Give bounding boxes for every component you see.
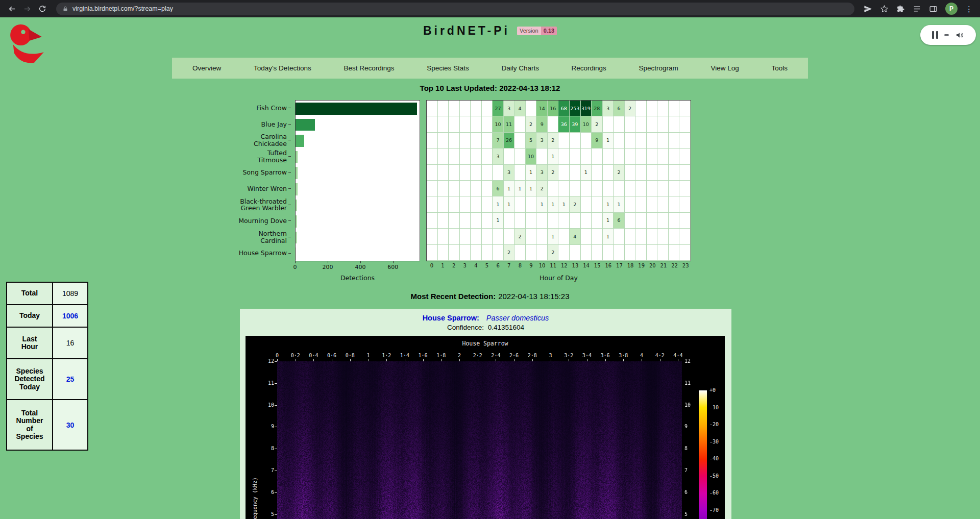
time-tick-label: 3·6 [601,353,610,358]
side-panel-icon[interactable] [929,5,938,13]
heatmap-cell [493,245,504,261]
heatmap-cell [427,196,438,212]
hour-tick-label: 16 [603,263,614,268]
time-tick-label: 0·2 [291,353,300,358]
heatmap-x-axis: 01234567891011121314151617181920212223 [426,263,691,268]
heatmap-cell [570,245,581,261]
stats-value: 16 [53,328,87,358]
stats-value[interactable]: 30 [53,400,87,450]
hour-tick-label: 2 [448,263,459,268]
heatmap-cell: 2 [625,101,636,116]
nav-overview[interactable]: Overview [192,64,221,72]
nav-recordings[interactable]: Recordings [572,64,606,72]
browser-back-button[interactable] [5,2,18,15]
heatmap-cell [581,229,592,244]
frequency-tick-label: 8 [684,446,688,451]
nav-spectrogram[interactable]: Spectrogram [639,64,678,72]
heatmap-cell: 4 [514,101,526,116]
heatmap-cell: 1 [614,196,625,212]
heatmap-cell: 3 [603,101,614,116]
frequency-tickmark [275,471,277,471]
browser-forward-button[interactable] [20,2,34,15]
heatmap-cell [614,229,625,244]
heatmap-cell: 5 [526,133,537,149]
heatmap-cell [449,213,460,229]
heatmap-cell: 1 [493,196,504,212]
nav-today-s-detections[interactable]: Today's Detections [254,64,311,72]
heatmap-cell [669,133,680,149]
hour-tick-label: 4 [471,263,482,268]
heatmap-cell [669,101,680,116]
bookmark-star-icon[interactable] [880,5,889,13]
species-label: Fish Crow [237,100,291,116]
nav-view-log[interactable]: View Log [710,64,739,72]
stats-label: Total Number of Species [7,400,53,450]
heatmap-cell [427,181,438,196]
spectrogram-time-axis: 00·20·40·60·811·21·41·61·822·22·42·62·83… [246,353,725,359]
heatmap-cell [592,229,603,244]
time-tick-label: 1 [366,353,370,358]
seek-dash[interactable] [944,34,949,36]
send-icon[interactable] [864,5,872,13]
species-label: House Sparrow [237,245,291,261]
heatmap-cell [438,101,449,116]
frequency-axis-label: Frequency (kHz) [252,477,258,519]
frequency-tick-label: 11 [262,380,274,386]
heatmap-cell [647,213,658,229]
heatmap-cell [614,245,625,261]
heatmap-cell [438,133,449,149]
nav-best-recordings[interactable]: Best Recordings [344,64,394,72]
species-label: Winter Wren [237,181,291,197]
time-tick-label: 0·6 [327,353,336,358]
tab-list-icon[interactable] [913,5,921,13]
detection-bar [296,232,297,244]
heatmap-cell [635,229,647,244]
heatmap-cell [493,229,504,244]
profile-avatar[interactable]: P [945,3,958,15]
time-tick-label: 1·4 [400,353,409,358]
species-axis: Fish CrowBlue JayCarolina ChickadeeTufte… [237,100,291,261]
stats-value[interactable]: 25 [53,359,87,399]
heatmap-cell: 1 [548,196,559,212]
axis-tickmark [393,261,394,263]
frequency-tick-label: 7 [684,467,688,473]
heatmap-cell [471,133,482,149]
heatmap-cell [504,149,515,164]
heatmap-cell [657,229,669,244]
heatmap-cell: 36 [558,116,570,132]
version-badge: Version 0.13 [517,27,557,35]
heatmap-cell [635,245,647,261]
heatmap-cell [679,133,691,149]
pause-button[interactable] [932,31,938,39]
spectrogram-panel: House Sparrow 00·20·40·60·811·21·41·61·8… [246,336,725,519]
frequency-tick-label: 8 [262,446,274,451]
species-label: Carolina Chickadee [237,132,291,149]
heatmap-cell [635,116,647,132]
browser-menu-icon[interactable]: ⋮ [965,5,973,13]
nav-tools[interactable]: Tools [771,64,788,72]
heatmap-cell [438,149,449,164]
heatmap-cell: 7 [493,133,504,149]
browser-reload-button[interactable] [36,2,49,15]
heatmap-cell [657,116,669,132]
heatmap-cell [526,101,537,116]
heatmap-cell: 9 [592,133,603,149]
frequency-tick-label: 10 [684,402,691,408]
heatmap-cell [614,116,625,132]
nav-species-stats[interactable]: Species Stats [427,64,469,72]
hour-tick-label: 18 [625,263,636,268]
nav-daily-charts[interactable]: Daily Charts [501,64,539,72]
hour-tick-label: 0 [426,263,437,268]
hour-tick-label: 7 [503,263,514,268]
heatmap-cell: 10 [581,116,592,132]
stats-value[interactable]: 1006 [53,305,87,327]
speaker-icon[interactable] [955,31,964,39]
address-bar[interactable]: virginia.birdnetpi.com/?stream=play [56,3,854,15]
detection-species-name[interactable]: House Sparrow: [423,314,479,322]
heatmap-cell [635,165,647,181]
heatmap-cell [581,181,592,196]
extensions-icon[interactable] [896,5,905,13]
heatmap-cell [558,245,570,261]
heatmap-cell: 28 [592,101,603,116]
stats-label: Last Hour [7,328,53,358]
